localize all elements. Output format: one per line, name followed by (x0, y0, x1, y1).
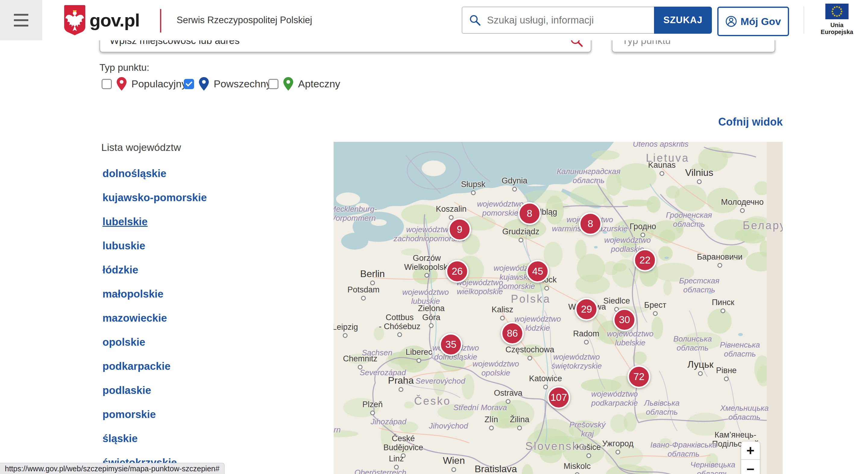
list-item: dolnośląskie (102, 161, 207, 185)
voivodeship-list-title: Lista województw (101, 141, 181, 153)
map-cluster-marker-8[interactable]: 8 (518, 202, 541, 225)
voivodeship-link-kujawsko-pomorskie[interactable]: kujawsko-pomorskie (102, 192, 207, 204)
zoom-out-button[interactable]: − (741, 460, 760, 474)
map-cluster-marker-22[interactable]: 22 (633, 249, 656, 272)
map-pin-icon (283, 77, 293, 91)
search-box[interactable] (462, 7, 654, 34)
header-divider (804, 7, 804, 34)
type-option-label: Populacyjny (131, 78, 187, 90)
reset-view-link[interactable]: Cofnij widok (663, 116, 783, 128)
hamburger-bar (14, 14, 28, 16)
voivodeship-link-mazowieckie[interactable]: mazowieckie (102, 312, 167, 324)
checkbox-Apteczny[interactable] (268, 79, 278, 89)
header-search: SZUKAJ (462, 7, 712, 34)
user-icon (725, 16, 737, 27)
hamburger-bar (14, 25, 28, 27)
map-cluster-marker-8[interactable]: 8 (579, 212, 602, 235)
govpl-logo[interactable]: gov.pl (64, 5, 140, 36)
list-item: pomorskie (102, 402, 207, 427)
voivodeship-link-podkarpackie[interactable]: podkarpackie (102, 360, 170, 372)
map-zoom-control: + − (741, 441, 760, 474)
list-item: kujawsko-pomorskie (102, 185, 207, 210)
map-cluster-marker-107[interactable]: 107 (547, 386, 570, 409)
voivodeship-list: dolnośląskiekujawsko-pomorskielubelskiel… (102, 161, 207, 474)
search-submit-button[interactable]: SZUKAJ (654, 7, 712, 34)
service-tagline: Serwis Rzeczypospolitej Polskiej (177, 0, 312, 40)
browser-status-url: https://www.gov.pl/web/szczepimysie/mapa… (0, 463, 224, 474)
list-item: łódzkie (102, 258, 207, 282)
voivodeship-link-pomorskie[interactable]: pomorskie (102, 408, 156, 420)
map-cluster-marker-30[interactable]: 30 (613, 308, 636, 331)
voivodeship-link-podlaskie[interactable]: podlaskie (102, 384, 151, 396)
logo-text: gov.pl (90, 10, 140, 31)
voivodeship-link-łódzkie[interactable]: łódzkie (102, 264, 138, 276)
moj-gov-button[interactable]: Mój Gov (717, 7, 789, 36)
site-header: gov.pl Serwis Rzeczypospolitej Polskiej … (0, 0, 868, 40)
map-cluster-marker-45[interactable]: 45 (526, 260, 549, 283)
voivodeship-link-lubuskie[interactable]: lubuskie (102, 240, 145, 252)
type-option-label: Powszechny (214, 78, 271, 90)
map-base-layer (334, 142, 783, 474)
list-item: podlaskie (102, 378, 207, 402)
voivodeship-link-opolskie[interactable]: opolskie (102, 336, 145, 348)
list-item: lubuskie (102, 234, 207, 258)
list-item: lubelskie (102, 210, 207, 234)
checkbox-Populacyjny[interactable] (101, 79, 112, 89)
voivodeship-link-śląskie[interactable]: śląskie (102, 433, 138, 444)
map-cluster-marker-29[interactable]: 29 (575, 298, 598, 321)
map-cluster-marker-35[interactable]: 35 (439, 333, 462, 356)
zoom-in-button[interactable]: + (741, 441, 760, 460)
point-type-options: PopulacyjnyPowszechnyApteczny (0, 77, 362, 93)
checkbox-checked-Powszechny[interactable] (184, 79, 194, 89)
search-icon (469, 14, 481, 26)
search-input[interactable] (487, 14, 644, 26)
map-pin-icon (117, 77, 127, 91)
type-option-label: Apteczny (298, 78, 340, 90)
vaccination-points-map[interactable]: SłupskGdyniaKoszalinElblągGrudziądzGorzó… (334, 142, 783, 474)
map-cluster-marker-72[interactable]: 72 (627, 365, 650, 388)
moj-gov-label: Mój Gov (741, 16, 781, 27)
type-option-Apteczny[interactable]: Apteczny (268, 77, 340, 91)
map-cluster-marker-9[interactable]: 9 (448, 218, 471, 241)
eu-label: Unia Europejska (817, 22, 857, 36)
list-item: opolskie (102, 330, 207, 354)
header-red-divider (160, 9, 161, 33)
list-item: małopolskie (102, 282, 207, 306)
type-option-Populacyjny[interactable]: Populacyjny (101, 77, 187, 91)
type-option-Powszechny[interactable]: Powszechny (184, 77, 271, 91)
list-item: mazowieckie (102, 306, 207, 330)
eu-flag-icon (825, 4, 849, 19)
voivodeship-link-lubelskie[interactable]: lubelskie (102, 215, 148, 228)
map-cluster-marker-86[interactable]: 86 (501, 322, 524, 345)
map-pin-icon (199, 77, 209, 91)
eu-block: Unia Europejska (817, 4, 857, 36)
point-type-label: Typ punktu: (99, 62, 149, 73)
voivodeship-link-dolnośląskie[interactable]: dolnośląskie (102, 167, 166, 179)
list-item: śląskie (102, 427, 207, 450)
list-item: podkarpackie (102, 354, 207, 378)
hamburger-menu-button[interactable] (0, 0, 42, 40)
hamburger-bar (14, 19, 28, 21)
voivodeship-link-małopolskie[interactable]: małopolskie (102, 288, 163, 300)
map-cluster-marker-26[interactable]: 26 (446, 260, 469, 283)
poland-eagle-emblem (64, 5, 85, 35)
